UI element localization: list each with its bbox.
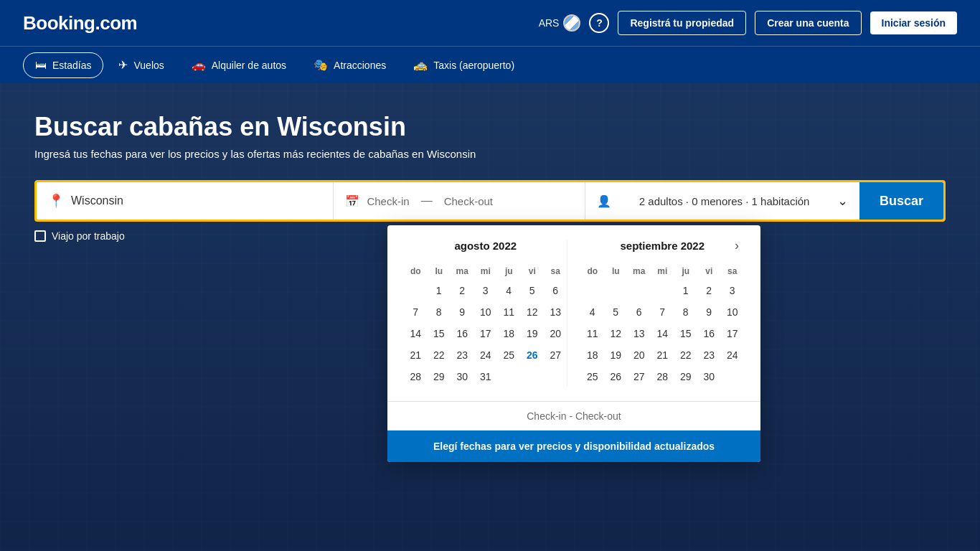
header-actions: ARS ? Registrá tu propiedad Crear una cu…: [539, 11, 957, 35]
nav-label-estadias: Estadías: [52, 60, 91, 71]
cal-cell[interactable]: 22: [428, 345, 451, 365]
search-button[interactable]: Buscar: [859, 182, 943, 220]
cal-cell[interactable]: 10: [722, 302, 744, 322]
nav-item-vuelos[interactable]: Vuelos: [106, 52, 176, 78]
cal-cell[interactable]: 16: [698, 324, 720, 344]
nav-item-estadias[interactable]: Estadías: [23, 52, 103, 78]
cal-cell[interactable]: 24: [475, 345, 497, 365]
cal-cell[interactable]: 6: [628, 302, 651, 322]
col-mi: mi: [651, 263, 674, 279]
cal-cell[interactable]: 23: [698, 345, 720, 365]
cal-cell[interactable]: 18: [582, 345, 604, 365]
cal-cell[interactable]: 13: [628, 324, 651, 344]
cal-cell[interactable]: 16: [451, 324, 473, 344]
cal-cell[interactable]: 7: [405, 302, 427, 322]
cal-cell[interactable]: 22: [675, 345, 697, 365]
cal-cell[interactable]: 11: [498, 302, 520, 322]
cal-cell[interactable]: 15: [428, 324, 451, 344]
cal-cell[interactable]: 5: [522, 281, 544, 301]
bed-icon: [35, 59, 47, 72]
cal-cell[interactable]: 20: [545, 324, 567, 344]
nav-item-alquiler[interactable]: Alquiler de autos: [179, 52, 298, 78]
col-lu: lu: [428, 263, 451, 279]
work-travel-label: Viajo por trabajo: [52, 230, 125, 242]
cal-cell[interactable]: 19: [605, 345, 627, 365]
date-separator: —: [421, 194, 433, 207]
person-icon: [597, 194, 611, 208]
cal-cell-today[interactable]: 26: [522, 345, 544, 365]
cal-cell[interactable]: 11: [582, 324, 604, 344]
destination-input[interactable]: [71, 194, 321, 207]
cal-cell[interactable]: 18: [498, 324, 520, 344]
cal-cell[interactable]: 9: [698, 302, 720, 322]
cal-cell[interactable]: 2: [451, 281, 473, 301]
cal-cell[interactable]: 2: [698, 281, 720, 301]
header: Booking.com ARS ? Registrá tu propiedad …: [0, 0, 980, 46]
cal-cell[interactable]: 8: [428, 302, 451, 322]
plane-icon: [118, 58, 128, 72]
col-sa: sa: [722, 263, 744, 279]
guests-field[interactable]: 2 adultos · 0 menores · 1 habitación ⌄: [585, 182, 859, 220]
currency-code: ARS: [539, 17, 560, 29]
register-property-button[interactable]: Registrá tu propiedad: [618, 11, 746, 35]
cal-cell[interactable]: 20: [628, 345, 651, 365]
col-lu: lu: [605, 263, 627, 279]
cal-cell[interactable]: 14: [405, 324, 427, 344]
cal-cell[interactable]: 3: [475, 281, 497, 301]
cal-cell[interactable]: 23: [451, 345, 473, 365]
cal-cell[interactable]: 25: [582, 367, 604, 387]
cal-cell[interactable]: 13: [545, 302, 567, 322]
cal-cell[interactable]: 1: [675, 281, 697, 301]
cal-cell[interactable]: 5: [605, 302, 627, 322]
cal-cell[interactable]: 31: [475, 367, 497, 387]
cal-cell[interactable]: 27: [545, 345, 567, 365]
nav-item-atracciones[interactable]: Atracciones: [301, 52, 398, 78]
cal-cell: [651, 281, 674, 301]
cal-cell[interactable]: 17: [475, 324, 497, 344]
calendar-cta[interactable]: Elegí fechas para ver precios y disponib…: [387, 430, 760, 462]
destination-field[interactable]: [37, 182, 334, 220]
cal-cell[interactable]: 28: [651, 367, 674, 387]
cal-cell[interactable]: 15: [675, 324, 697, 344]
cal-cell[interactable]: 30: [698, 367, 720, 387]
cal-cell[interactable]: 25: [498, 345, 520, 365]
cal-cell[interactable]: 26: [605, 367, 627, 387]
cal-cell: [522, 367, 544, 387]
cal-cell[interactable]: 19: [522, 324, 544, 344]
car-icon: [192, 58, 206, 72]
country-flag: [563, 14, 580, 32]
cal-cell[interactable]: 1: [428, 281, 451, 301]
nav-item-taxis[interactable]: Taxis (aeropuerto): [401, 52, 527, 78]
col-do: do: [582, 263, 604, 279]
cal-cell[interactable]: 4: [498, 281, 520, 301]
create-account-button[interactable]: Crear una cuenta: [755, 11, 861, 35]
work-travel-checkbox[interactable]: [34, 230, 46, 242]
cal-cell[interactable]: 4: [582, 302, 604, 322]
august-grid: do lu ma mi ju vi sa 1 2 3 4 5 6 7: [405, 263, 567, 387]
cal-cell[interactable]: 24: [722, 345, 744, 365]
cal-cell[interactable]: 10: [475, 302, 497, 322]
cal-cell[interactable]: 8: [675, 302, 697, 322]
sign-in-button[interactable]: Iniciar sesión: [870, 11, 957, 34]
checkin-field[interactable]: Check-in — Check-out: [334, 182, 585, 220]
cal-cell[interactable]: 28: [405, 367, 427, 387]
cal-cell[interactable]: 21: [651, 345, 674, 365]
cal-cell: [498, 367, 520, 387]
cal-cell[interactable]: 3: [722, 281, 744, 301]
cal-cell[interactable]: 29: [428, 367, 451, 387]
cal-cell[interactable]: 17: [722, 324, 744, 344]
cal-cell[interactable]: 21: [405, 345, 427, 365]
cal-cell[interactable]: 12: [522, 302, 544, 322]
cal-cell[interactable]: 14: [651, 324, 674, 344]
next-month-button[interactable]: ›: [730, 237, 743, 255]
cal-cell[interactable]: 27: [628, 367, 651, 387]
currency-selector[interactable]: ARS: [539, 14, 581, 32]
cal-cell[interactable]: 7: [651, 302, 674, 322]
cal-cell[interactable]: 30: [451, 367, 473, 387]
cal-cell[interactable]: 29: [675, 367, 697, 387]
calendar-dropdown: agosto 2022 do lu ma mi ju vi sa 1 2 3: [387, 225, 760, 462]
cal-cell[interactable]: 9: [451, 302, 473, 322]
help-button[interactable]: ?: [589, 13, 609, 33]
cal-cell[interactable]: 6: [545, 281, 567, 301]
cal-cell[interactable]: 12: [605, 324, 627, 344]
